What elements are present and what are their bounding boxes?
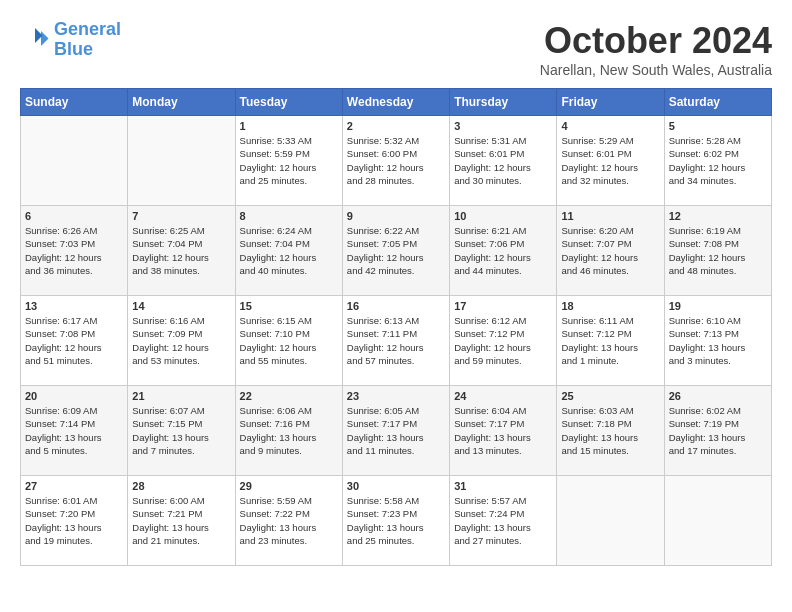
day-number: 20 [25, 390, 123, 402]
day-info: Sunrise: 5:58 AM Sunset: 7:23 PM Dayligh… [347, 494, 445, 547]
calendar-cell: 7Sunrise: 6:25 AM Sunset: 7:04 PM Daylig… [128, 206, 235, 296]
day-info: Sunrise: 6:19 AM Sunset: 7:08 PM Dayligh… [669, 224, 767, 277]
calendar-cell: 22Sunrise: 6:06 AM Sunset: 7:16 PM Dayli… [235, 386, 342, 476]
calendar-cell: 3Sunrise: 5:31 AM Sunset: 6:01 PM Daylig… [450, 116, 557, 206]
day-number: 3 [454, 120, 552, 132]
weekday-header: Thursday [450, 89, 557, 116]
weekday-header: Saturday [664, 89, 771, 116]
calendar-cell: 8Sunrise: 6:24 AM Sunset: 7:04 PM Daylig… [235, 206, 342, 296]
logo-icon [20, 25, 50, 55]
calendar-cell: 15Sunrise: 6:15 AM Sunset: 7:10 PM Dayli… [235, 296, 342, 386]
day-info: Sunrise: 6:05 AM Sunset: 7:17 PM Dayligh… [347, 404, 445, 457]
calendar-cell [664, 476, 771, 566]
day-info: Sunrise: 6:26 AM Sunset: 7:03 PM Dayligh… [25, 224, 123, 277]
calendar-cell: 11Sunrise: 6:20 AM Sunset: 7:07 PM Dayli… [557, 206, 664, 296]
calendar-cell: 26Sunrise: 6:02 AM Sunset: 7:19 PM Dayli… [664, 386, 771, 476]
svg-marker-0 [41, 31, 49, 46]
calendar-cell: 12Sunrise: 6:19 AM Sunset: 7:08 PM Dayli… [664, 206, 771, 296]
day-number: 7 [132, 210, 230, 222]
day-number: 27 [25, 480, 123, 492]
day-number: 8 [240, 210, 338, 222]
calendar-cell: 30Sunrise: 5:58 AM Sunset: 7:23 PM Dayli… [342, 476, 449, 566]
day-number: 21 [132, 390, 230, 402]
weekday-header: Sunday [21, 89, 128, 116]
calendar-cell: 21Sunrise: 6:07 AM Sunset: 7:15 PM Dayli… [128, 386, 235, 476]
day-info: Sunrise: 5:29 AM Sunset: 6:01 PM Dayligh… [561, 134, 659, 187]
calendar-week-row: 27Sunrise: 6:01 AM Sunset: 7:20 PM Dayli… [21, 476, 772, 566]
weekday-header: Monday [128, 89, 235, 116]
day-info: Sunrise: 6:07 AM Sunset: 7:15 PM Dayligh… [132, 404, 230, 457]
calendar-cell: 17Sunrise: 6:12 AM Sunset: 7:12 PM Dayli… [450, 296, 557, 386]
day-info: Sunrise: 6:12 AM Sunset: 7:12 PM Dayligh… [454, 314, 552, 367]
weekday-header: Wednesday [342, 89, 449, 116]
day-info: Sunrise: 6:06 AM Sunset: 7:16 PM Dayligh… [240, 404, 338, 457]
calendar-cell: 13Sunrise: 6:17 AM Sunset: 7:08 PM Dayli… [21, 296, 128, 386]
day-number: 30 [347, 480, 445, 492]
day-info: Sunrise: 5:57 AM Sunset: 7:24 PM Dayligh… [454, 494, 552, 547]
calendar-cell [557, 476, 664, 566]
day-number: 18 [561, 300, 659, 312]
calendar-cell: 4Sunrise: 5:29 AM Sunset: 6:01 PM Daylig… [557, 116, 664, 206]
day-info: Sunrise: 6:22 AM Sunset: 7:05 PM Dayligh… [347, 224, 445, 277]
calendar-cell: 5Sunrise: 5:28 AM Sunset: 6:02 PM Daylig… [664, 116, 771, 206]
day-number: 10 [454, 210, 552, 222]
day-info: Sunrise: 6:00 AM Sunset: 7:21 PM Dayligh… [132, 494, 230, 547]
day-number: 1 [240, 120, 338, 132]
day-info: Sunrise: 6:20 AM Sunset: 7:07 PM Dayligh… [561, 224, 659, 277]
calendar-cell: 9Sunrise: 6:22 AM Sunset: 7:05 PM Daylig… [342, 206, 449, 296]
day-number: 29 [240, 480, 338, 492]
calendar-cell: 31Sunrise: 5:57 AM Sunset: 7:24 PM Dayli… [450, 476, 557, 566]
day-number: 9 [347, 210, 445, 222]
day-info: Sunrise: 5:28 AM Sunset: 6:02 PM Dayligh… [669, 134, 767, 187]
day-info: Sunrise: 6:16 AM Sunset: 7:09 PM Dayligh… [132, 314, 230, 367]
day-number: 19 [669, 300, 767, 312]
day-number: 4 [561, 120, 659, 132]
calendar-cell: 16Sunrise: 6:13 AM Sunset: 7:11 PM Dayli… [342, 296, 449, 386]
day-info: Sunrise: 6:01 AM Sunset: 7:20 PM Dayligh… [25, 494, 123, 547]
day-number: 5 [669, 120, 767, 132]
calendar-week-row: 13Sunrise: 6:17 AM Sunset: 7:08 PM Dayli… [21, 296, 772, 386]
day-info: Sunrise: 6:09 AM Sunset: 7:14 PM Dayligh… [25, 404, 123, 457]
day-number: 22 [240, 390, 338, 402]
logo-line1: General [54, 19, 121, 39]
day-number: 11 [561, 210, 659, 222]
weekday-header: Friday [557, 89, 664, 116]
calendar-cell: 6Sunrise: 6:26 AM Sunset: 7:03 PM Daylig… [21, 206, 128, 296]
location: Narellan, New South Wales, Australia [540, 62, 772, 78]
calendar-cell: 14Sunrise: 6:16 AM Sunset: 7:09 PM Dayli… [128, 296, 235, 386]
day-info: Sunrise: 5:59 AM Sunset: 7:22 PM Dayligh… [240, 494, 338, 547]
day-number: 16 [347, 300, 445, 312]
day-number: 24 [454, 390, 552, 402]
day-number: 17 [454, 300, 552, 312]
weekday-header: Tuesday [235, 89, 342, 116]
calendar-cell: 25Sunrise: 6:03 AM Sunset: 7:18 PM Dayli… [557, 386, 664, 476]
calendar-body: 1Sunrise: 5:33 AM Sunset: 5:59 PM Daylig… [21, 116, 772, 566]
calendar-cell: 19Sunrise: 6:10 AM Sunset: 7:13 PM Dayli… [664, 296, 771, 386]
day-info: Sunrise: 6:15 AM Sunset: 7:10 PM Dayligh… [240, 314, 338, 367]
day-info: Sunrise: 6:11 AM Sunset: 7:12 PM Dayligh… [561, 314, 659, 367]
logo-line2: Blue [54, 39, 93, 59]
page-header: General Blue October 2024 Narellan, New … [20, 20, 772, 78]
calendar-cell: 18Sunrise: 6:11 AM Sunset: 7:12 PM Dayli… [557, 296, 664, 386]
calendar-header: SundayMondayTuesdayWednesdayThursdayFrid… [21, 89, 772, 116]
day-info: Sunrise: 5:32 AM Sunset: 6:00 PM Dayligh… [347, 134, 445, 187]
calendar-cell: 29Sunrise: 5:59 AM Sunset: 7:22 PM Dayli… [235, 476, 342, 566]
day-number: 6 [25, 210, 123, 222]
calendar-cell [128, 116, 235, 206]
calendar-table: SundayMondayTuesdayWednesdayThursdayFrid… [20, 88, 772, 566]
day-number: 31 [454, 480, 552, 492]
day-number: 26 [669, 390, 767, 402]
calendar-week-row: 20Sunrise: 6:09 AM Sunset: 7:14 PM Dayli… [21, 386, 772, 476]
calendar-cell: 24Sunrise: 6:04 AM Sunset: 7:17 PM Dayli… [450, 386, 557, 476]
calendar-cell: 28Sunrise: 6:00 AM Sunset: 7:21 PM Dayli… [128, 476, 235, 566]
calendar-cell: 27Sunrise: 6:01 AM Sunset: 7:20 PM Dayli… [21, 476, 128, 566]
day-number: 28 [132, 480, 230, 492]
day-number: 15 [240, 300, 338, 312]
day-info: Sunrise: 6:21 AM Sunset: 7:06 PM Dayligh… [454, 224, 552, 277]
day-number: 13 [25, 300, 123, 312]
calendar-week-row: 1Sunrise: 5:33 AM Sunset: 5:59 PM Daylig… [21, 116, 772, 206]
day-info: Sunrise: 6:13 AM Sunset: 7:11 PM Dayligh… [347, 314, 445, 367]
day-info: Sunrise: 5:31 AM Sunset: 6:01 PM Dayligh… [454, 134, 552, 187]
logo: General Blue [20, 20, 121, 60]
day-info: Sunrise: 5:33 AM Sunset: 5:59 PM Dayligh… [240, 134, 338, 187]
